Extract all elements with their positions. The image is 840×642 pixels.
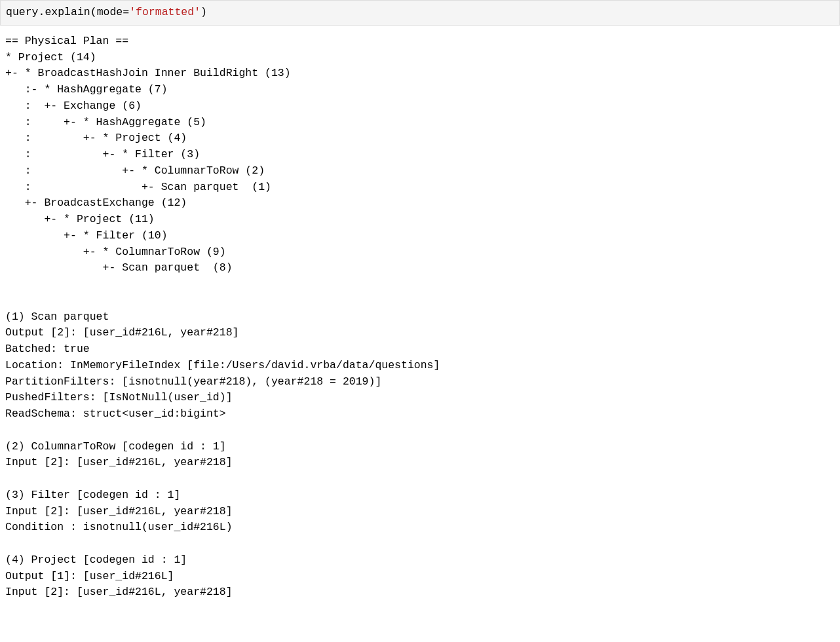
code-eq: = — [123, 6, 129, 18]
open-paren: ( — [90, 6, 97, 18]
output-block: == Physical Plan == * Project (14) +- * … — [0, 26, 840, 606]
code-arg: mode — [97, 6, 123, 18]
code-input-cell: query.explain(mode='formatted') — [0, 0, 840, 26]
close-paren: ) — [200, 6, 207, 18]
code-string: 'formatted' — [129, 6, 200, 18]
code-call: query.explain — [6, 6, 90, 18]
